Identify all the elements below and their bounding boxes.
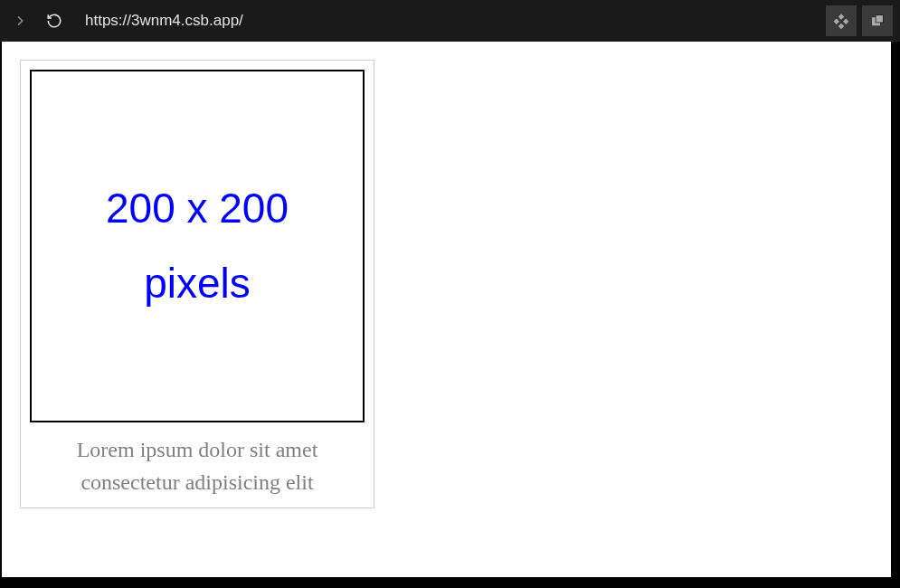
new-window-icon[interactable] (862, 5, 893, 36)
page-viewport: 200 x 200 pixels Lorem ipsum dolor sit a… (2, 42, 895, 581)
svg-rect-1 (834, 19, 839, 24)
svg-rect-0 (838, 14, 844, 19)
url-text: https://3wnm4.csb.app/ (85, 12, 243, 30)
image-caption: Lorem ipsum dolor sit amet consectetur a… (30, 433, 365, 498)
reload-button[interactable] (40, 6, 69, 35)
svg-rect-6 (876, 15, 884, 23)
svg-rect-3 (838, 24, 844, 29)
image-figure: 200 x 200 pixels Lorem ipsum dolor sit a… (20, 60, 374, 508)
forward-button[interactable] (7, 8, 33, 33)
placeholder-image: 200 x 200 pixels (30, 70, 365, 422)
placeholder-line2: pixels (144, 246, 251, 321)
svg-rect-2 (843, 19, 848, 24)
placeholder-line1: 200 x 200 (106, 171, 289, 246)
address-bar[interactable]: https://3wnm4.csb.app/ (76, 7, 819, 34)
browser-toolbar: https://3wnm4.csb.app/ (0, 0, 900, 42)
codesandbox-icon[interactable] (826, 5, 857, 36)
toolbar-right (826, 5, 893, 36)
